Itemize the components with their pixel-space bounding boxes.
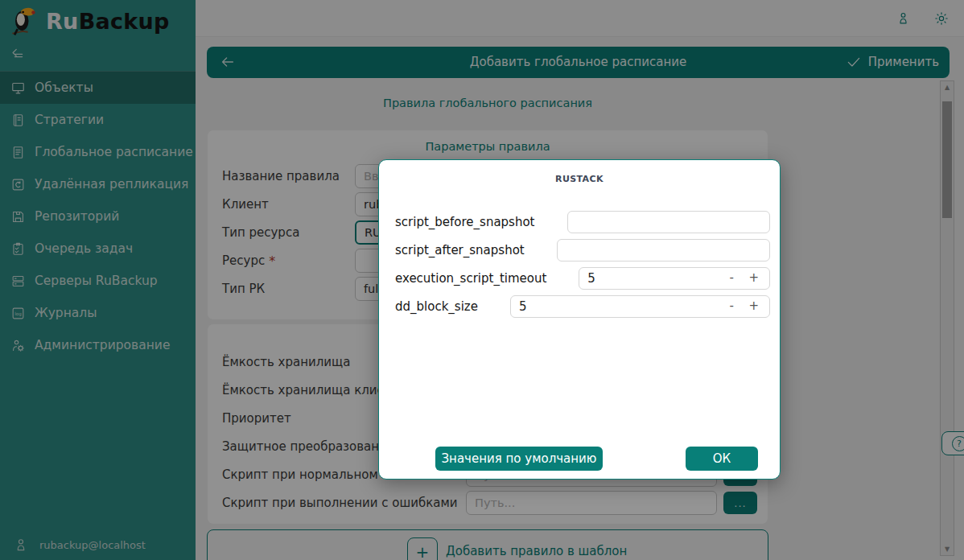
- increment-button[interactable]: +: [748, 299, 759, 313]
- decrement-button[interactable]: -: [730, 270, 734, 285]
- increment-button[interactable]: +: [748, 270, 759, 285]
- form-row-execution-script-timeout: execution_script_timeout 5 - +: [395, 267, 770, 290]
- defaults-button[interactable]: Значения по умолчанию: [435, 447, 603, 471]
- stepper-value: 5: [587, 271, 595, 286]
- form-row-script-before-snapshot: script_before_snapshot: [395, 211, 770, 233]
- form-row-dd-block-size: dd_block_size 5 - +: [395, 295, 770, 318]
- stepper-value: 5: [519, 299, 527, 314]
- app-window: RuBackup Объекты Стратегии Глобальное ра…: [0, 0, 964, 560]
- form-row-script-after-snapshot: script_after_snapshot: [395, 239, 770, 261]
- decrement-button[interactable]: -: [730, 299, 734, 313]
- ok-button[interactable]: ОК: [686, 447, 758, 471]
- rustack-parameters-dialog: RUSTACK script_before_snapshot script_af…: [378, 159, 781, 480]
- script-before-snapshot-input[interactable]: [567, 211, 771, 233]
- execution-script-timeout-stepper[interactable]: 5 - +: [579, 267, 770, 290]
- dialog-title: RUSTACK: [379, 174, 780, 184]
- dd-block-size-stepper[interactable]: 5 - +: [510, 295, 770, 318]
- script-after-snapshot-input[interactable]: [557, 239, 770, 261]
